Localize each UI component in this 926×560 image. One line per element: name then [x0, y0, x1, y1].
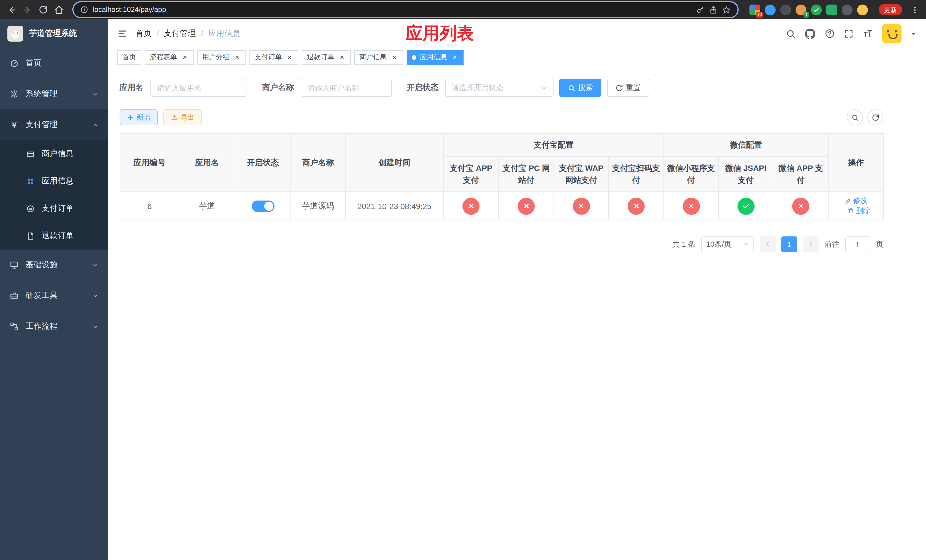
prev-page-button[interactable] [760, 236, 776, 252]
breadcrumb-home[interactable]: 首页 [136, 29, 151, 39]
browser-menu-icon[interactable] [911, 5, 919, 14]
sidebar-item-label: 首页 [26, 58, 42, 68]
tab-label: 用户分组 [202, 52, 230, 62]
page-number-button[interactable]: 1 [781, 236, 797, 252]
forward-icon[interactable] [23, 5, 32, 15]
page-size-value: 10条/页 [706, 239, 731, 250]
search-button[interactable]: 搜索 [559, 79, 601, 97]
yen-icon: ¥ [10, 120, 19, 130]
tab-label: 流程表单 [150, 52, 177, 62]
reset-button[interactable]: 重置 [607, 79, 649, 97]
wx-jsapi-enabled-icon [737, 197, 754, 215]
search-icon[interactable] [786, 29, 796, 38]
sidebar-item-label: 工作流程 [26, 321, 57, 331]
tab-close-icon[interactable] [451, 53, 458, 61]
chevron-down-icon [92, 262, 98, 268]
tab-pay-order[interactable]: 支付订单 [250, 50, 298, 65]
sidebar-item-merchant-info[interactable]: 商户信息 [0, 140, 108, 168]
tab-close-icon[interactable] [233, 53, 241, 61]
goto-page-input[interactable] [845, 236, 870, 252]
github-icon[interactable] [805, 28, 816, 39]
sidebar-item-payment[interactable]: ¥ 支付管理 [0, 109, 108, 140]
merchant-name-input[interactable] [301, 79, 392, 97]
wx-app-disabled-icon [792, 197, 809, 215]
tab-close-icon[interactable] [338, 53, 346, 61]
home-icon[interactable] [54, 5, 64, 15]
bookmark-star-icon[interactable] [722, 5, 731, 14]
tab-merchant-info[interactable]: 商户信息 [354, 50, 403, 65]
sidebar-item-app-info[interactable]: 应用信息 [0, 168, 108, 195]
extension-toolbar: 10 1 [749, 4, 868, 15]
monitor-icon [10, 260, 19, 269]
site-info-icon[interactable] [80, 6, 88, 14]
extension-green-square-icon[interactable] [826, 4, 837, 15]
sidebar-toggle-icon[interactable] [117, 29, 127, 39]
back-icon[interactable] [7, 5, 17, 15]
col-header-alipay-wap: 支付宝 WAP 网站支付 [554, 156, 608, 192]
chevron-down-icon [743, 242, 749, 247]
extension-dark-icon[interactable] [780, 4, 791, 15]
share-icon[interactable] [709, 5, 717, 14]
main-area: 首页 支付管理 应用信息 应用列表 [108, 20, 926, 560]
sidebar-item-infra[interactable]: 基础设施 [0, 250, 108, 280]
update-button[interactable]: 更新 [879, 4, 902, 15]
reload-icon[interactable] [39, 5, 48, 14]
font-size-icon[interactable] [863, 29, 873, 39]
extension-profile-icon[interactable]: 1 [796, 4, 806, 15]
breadcrumb-payment[interactable]: 支付管理 [157, 29, 196, 39]
extension-check-icon[interactable] [811, 4, 822, 15]
status-select[interactable]: 请选择开启状态 [445, 79, 554, 97]
sidebar-item-home[interactable]: 首页 [0, 48, 108, 79]
sidebar-item-dev-tools[interactable]: 研发工具 [0, 280, 108, 311]
add-button[interactable]: 新增 [120, 109, 158, 125]
tab-label: 首页 [123, 52, 136, 62]
caret-down-icon[interactable] [911, 30, 917, 37]
extension-drop-icon[interactable] [765, 4, 776, 15]
address-bar[interactable]: localhost:1024/pay/app [73, 2, 737, 17]
sidebar-item-system[interactable]: 系统管理 [0, 79, 108, 109]
alipay-qr-disabled-icon [628, 197, 645, 215]
tab-close-icon[interactable] [390, 53, 398, 61]
avatar[interactable] [882, 24, 902, 43]
extensions-grid-icon[interactable]: 10 [749, 4, 760, 15]
cell-app-name: 芋道 [179, 192, 235, 220]
status-switch[interactable] [251, 200, 274, 212]
tab-process-form[interactable]: 流程表单 [145, 50, 194, 65]
col-header-actions: 操作 [828, 133, 884, 192]
password-key-icon[interactable] [696, 5, 705, 14]
sidebar-item-refund-order[interactable]: 退款订单 [0, 222, 108, 250]
app-name-input[interactable] [150, 79, 247, 97]
delete-button[interactable]: 删除 [847, 206, 870, 216]
filter-form: 应用名 商户名称 开启状态 请选择开启状态 [120, 79, 915, 97]
tab-refund-order[interactable]: 退款订单 [302, 50, 351, 65]
tab-close-icon[interactable] [180, 53, 189, 61]
tab-user-group[interactable]: 用户分组 [197, 50, 246, 65]
extension-badge: 10 [756, 12, 763, 17]
pagination: 共 1 条 10条/页 1 [120, 236, 883, 252]
tab-home[interactable]: 首页 [117, 50, 141, 65]
document-icon [26, 232, 35, 240]
extension-pin-icon[interactable] [842, 4, 853, 15]
export-button[interactable]: 导出 [163, 109, 201, 125]
help-icon[interactable] [825, 29, 835, 39]
next-page-button[interactable] [803, 236, 819, 252]
tab-label: 商户信息 [359, 52, 387, 62]
col-header-wx-mini: 微信小程序支付 [664, 156, 719, 192]
col-group-wechat: 微信配置 [664, 133, 828, 156]
url-text: localhost:1024/pay/app [93, 6, 691, 14]
refresh-button[interactable] [867, 109, 883, 125]
extension-face-icon[interactable] [857, 4, 868, 15]
search-toggle-button[interactable] [847, 109, 863, 125]
col-header-merchant: 商户名称 [291, 133, 345, 192]
tab-close-icon[interactable] [285, 53, 293, 61]
sidebar-item-pay-order[interactable]: 支付订单 [0, 195, 108, 222]
sidebar-item-workflow[interactable]: 工作流程 [0, 311, 108, 342]
alipay-pc-disabled-icon [517, 197, 535, 215]
edit-button[interactable]: 修改 [844, 196, 867, 206]
tab-app-info[interactable]: 应用信息 [407, 50, 464, 65]
tab-label: 支付订单 [254, 52, 282, 62]
data-table-wrap: 应用编号 应用名 开启状态 商户名称 创建时间 支付宝配置 微信配置 操作 支付… [120, 133, 883, 252]
col-group-alipay: 支付宝配置 [443, 133, 664, 156]
page-size-select[interactable]: 10条/页 [701, 236, 754, 252]
fullscreen-icon[interactable] [844, 29, 854, 38]
